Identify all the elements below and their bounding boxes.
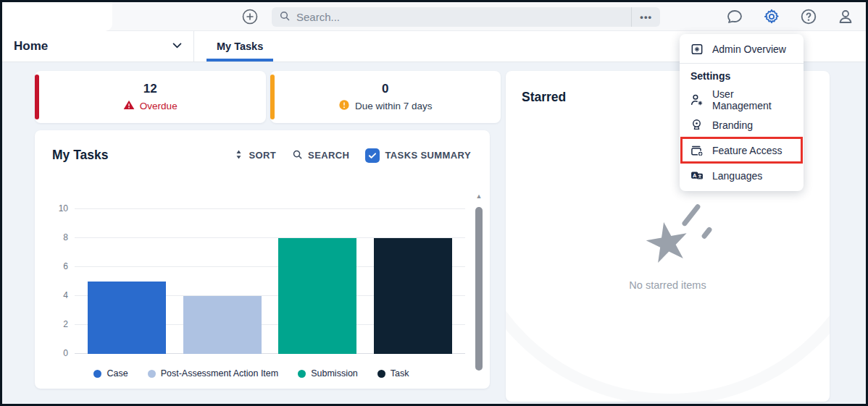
- warning-triangle-icon: [123, 99, 135, 113]
- due-soon-label: Due within 7 days: [355, 101, 433, 111]
- shooting-star-icon: ★: [639, 212, 696, 273]
- translate-icon: A: [690, 169, 704, 183]
- y-tick-label: 0: [43, 348, 68, 358]
- scroll-up-arrow[interactable]: ▲: [475, 193, 483, 200]
- chart-scrollbar[interactable]: ▲: [475, 193, 483, 373]
- top-icon-group: [726, 8, 854, 25]
- tasks-summary-label: TASKS SUMMARY: [385, 150, 471, 161]
- legend-dot: [298, 370, 306, 378]
- chart-y-axis: 0246810: [43, 209, 68, 354]
- plus-circle-icon: [241, 15, 259, 28]
- menu-item-label: Admin Overview: [712, 43, 786, 55]
- sort-button[interactable]: SORT: [234, 149, 276, 162]
- legend-dot: [148, 370, 156, 378]
- active-tab-underline: [206, 59, 273, 62]
- search-tasks-button[interactable]: SEARCH: [292, 149, 349, 162]
- y-tick-label: 2: [43, 319, 68, 329]
- chart-bar-post-assessment-action-item: [183, 296, 262, 354]
- scrollbar-thumb[interactable]: [475, 207, 483, 371]
- chart-plot: [75, 209, 465, 354]
- y-tick-label: 6: [43, 261, 68, 271]
- menu-item-admin-overview[interactable]: Admin Overview: [680, 36, 804, 62]
- legend-item: Post-Assessment Action Item: [148, 368, 279, 378]
- search-more-button[interactable]: •••: [631, 7, 660, 27]
- due-soon-count: 0: [382, 82, 388, 96]
- search-label: SEARCH: [308, 150, 349, 161]
- tasks-panel-title: My Tasks: [52, 148, 109, 163]
- y-tick-label: 10: [43, 203, 68, 213]
- chat-icon[interactable]: [726, 8, 743, 25]
- badge-icon: [690, 118, 704, 132]
- user-account-icon[interactable]: [837, 8, 854, 25]
- feature-box-plus-icon: [690, 143, 704, 158]
- menu-item-user-management[interactable]: User Management: [680, 87, 804, 112]
- legend-item: Submission: [298, 368, 358, 378]
- search-icon: [279, 10, 291, 25]
- menu-item-label: Feature Access: [712, 145, 783, 156]
- overdue-label: Overdue: [140, 101, 178, 111]
- home-label: Home: [14, 39, 48, 54]
- search-bar[interactable]: •••: [272, 7, 660, 27]
- legend-item: Case: [93, 368, 128, 378]
- nav-divider: [193, 31, 194, 62]
- add-button[interactable]: [241, 8, 259, 25]
- menu-item-label: Branding: [712, 119, 753, 131]
- chevron-down-icon: [171, 39, 183, 54]
- legend-item: Task: [377, 368, 409, 378]
- svg-text:A: A: [693, 172, 697, 178]
- my-tasks-panel: My Tasks SORT SEARCH: [35, 130, 490, 389]
- y-tick-label: 4: [43, 290, 68, 300]
- menu-section-settings: Settings: [680, 65, 804, 87]
- legend-dot: [93, 370, 101, 378]
- sort-icon: [234, 149, 243, 162]
- warning-circle-icon: [338, 99, 350, 113]
- sort-label: SORT: [249, 150, 276, 161]
- tasks-summary-checkbox[interactable]: [365, 148, 380, 163]
- app-window: •••: [0, 0, 868, 406]
- menu-item-label: Languages: [712, 170, 762, 182]
- help-icon[interactable]: [800, 8, 817, 25]
- home-dropdown[interactable]: Home: [2, 31, 193, 62]
- top-bar: •••: [2, 2, 866, 31]
- chart-legend: CasePost-Assessment Action ItemSubmissio…: [35, 368, 468, 378]
- y-tick-label: 8: [43, 232, 68, 242]
- user-gear-icon: [690, 93, 704, 107]
- admin-folder-gear-icon: [690, 42, 704, 56]
- starred-empty-state: ★ No starred items: [506, 216, 830, 291]
- overdue-card[interactable]: 12 Overdue: [35, 71, 266, 123]
- menu-divider: [680, 63, 804, 64]
- chart-bar-case: [88, 282, 166, 354]
- search-input[interactable]: [291, 11, 631, 23]
- settings-gear-icon[interactable]: [763, 8, 780, 25]
- logo-area: [2, 2, 112, 31]
- starred-empty-text: No starred items: [506, 279, 830, 291]
- tab-my-tasks[interactable]: My Tasks: [206, 31, 273, 62]
- chart-bar-task: [374, 238, 452, 354]
- settings-menu: Admin Overview Settings User Management: [680, 34, 804, 191]
- search-icon: [292, 149, 303, 162]
- due-soon-card[interactable]: 0 Due within 7 days: [270, 71, 501, 123]
- menu-item-branding[interactable]: Branding: [680, 112, 804, 138]
- tasks-summary-toggle[interactable]: TASKS SUMMARY: [365, 148, 471, 163]
- chart-bar-submission: [278, 238, 356, 354]
- legend-dot: [377, 370, 385, 378]
- summary-cards-row: 12 Overdue 0: [35, 71, 501, 123]
- tab-label: My Tasks: [217, 41, 263, 52]
- menu-item-feature-access[interactable]: Feature Access: [680, 138, 804, 163]
- menu-item-label: User Management: [712, 88, 793, 111]
- overdue-count: 12: [143, 82, 157, 96]
- menu-item-languages[interactable]: A Languages: [680, 163, 804, 188]
